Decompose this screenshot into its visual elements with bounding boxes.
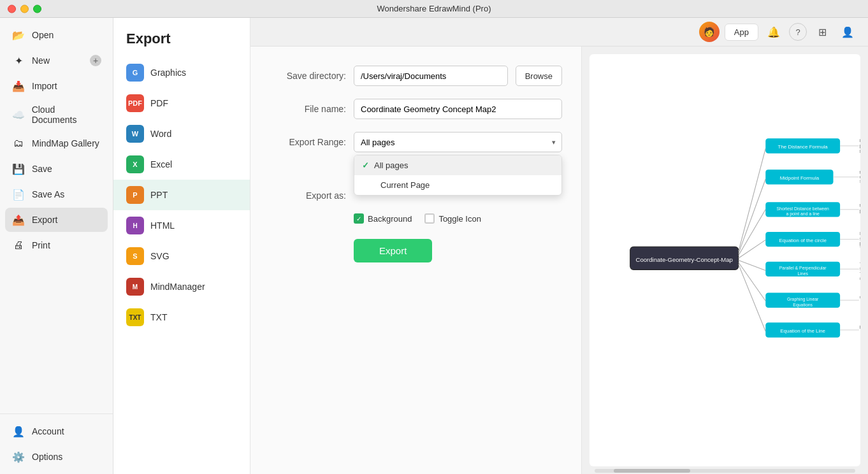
export-panel-title: Export <box>113 31 250 57</box>
mindmanager-icon: M <box>126 278 144 296</box>
mindmap-canvas: Coordinate-Geometry-Concept-Map The Dist… <box>590 54 860 466</box>
export-item-excel[interactable]: X Excel <box>113 149 250 180</box>
export-item-word[interactable]: W Word <box>113 118 250 149</box>
sidebar-item-gallery[interactable]: 🗂 MindMap Gallery <box>5 131 108 155</box>
save-icon: 💾 <box>11 162 25 176</box>
current-page-label: Current Page <box>380 180 430 190</box>
save-directory-input[interactable] <box>354 66 508 86</box>
background-checkbox-label[interactable]: ✓ Background <box>354 213 412 224</box>
sidebar-label-export: Export <box>32 215 57 225</box>
sidebar-item-save[interactable]: 💾 Save <box>5 157 108 181</box>
sidebar-item-export[interactable]: 📤 Export <box>5 208 108 232</box>
export-item-graphics[interactable]: G Graphics <box>113 57 250 88</box>
export-item-html[interactable]: H HTML <box>113 210 250 241</box>
ppt-icon: P <box>126 186 144 204</box>
export-item-svg[interactable]: S SVG <box>113 241 250 271</box>
scrollbar-thumb[interactable] <box>614 469 690 473</box>
top-header: 🧑 App 🔔 ? ⊞ 👤 <box>250 18 868 47</box>
svg-text:Graphing Linear: Graphing Linear <box>787 297 819 302</box>
export-label-ppt: PPT <box>150 190 168 200</box>
export-panel: Export G Graphics PDF PDF W Word X Excel… <box>113 18 250 474</box>
toggle-icon-checkbox-label[interactable]: Toggle Icon <box>424 213 481 224</box>
export-item-ppt[interactable]: P PPT <box>113 180 250 210</box>
export-range-select[interactable]: All pages Current Page <box>354 132 562 152</box>
txt-icon: TXT <box>126 308 144 326</box>
svg-line-7 <box>739 262 766 301</box>
sidebar-item-new[interactable]: ✦ New + <box>5 48 108 73</box>
svg-text:Lines: Lines <box>797 271 808 276</box>
sidebar-nav: 📂 Open ✦ New + 📥 Import ☁️ Cloud Documen… <box>0 23 113 413</box>
app-button[interactable]: App <box>725 24 758 41</box>
svg-text:The center C is at (h,k), r is: The center C is at (h,k), r is the radiu… <box>860 246 860 251</box>
svg-text:In mathematics, CIRCLE is defi: In mathematics, CIRCLE is defined as the <box>860 231 860 236</box>
sidebar-label-cloud: Cloud Documents <box>32 104 101 125</box>
file-name-input[interactable] <box>354 99 562 119</box>
export-label-txt: TXT <box>150 312 167 322</box>
all-pages-label: All pages <box>374 161 408 170</box>
sidebar-item-open[interactable]: 📂 Open <box>5 23 108 47</box>
new-icon: ✦ <box>11 54 25 68</box>
sidebar-label-saveas: Save As <box>32 189 64 199</box>
background-label-text: Background <box>368 214 412 224</box>
svg-text:linear equations can be writte: linear equations can be written in 3 for… <box>860 325 860 330</box>
export-label-excel: Excel <box>150 159 172 169</box>
maximize-button[interactable] <box>33 4 41 13</box>
export-label-pdf: PDF <box>150 98 168 108</box>
sidebar-label-print: Print <box>32 240 50 250</box>
export-label-html: HTML <box>150 220 175 231</box>
svg-text:a point and a line: a point and a line <box>786 212 820 217</box>
sidebar-item-import[interactable]: 📥 Import <box>5 74 108 98</box>
sidebar: 📂 Open ✦ New + 📥 Import ☁️ Cloud Documen… <box>0 18 113 474</box>
export-range-label: Export Range: <box>270 137 346 147</box>
export-range-row: Export Range: All pages Current Page ▾ ✓… <box>270 132 562 152</box>
toggle-icon-label-text: Toggle Icon <box>438 214 481 224</box>
open-icon: 📂 <box>11 28 25 42</box>
file-name-row: File name: <box>270 99 562 119</box>
user-avatar[interactable]: 🧑 <box>699 22 720 42</box>
export-button[interactable]: Export <box>354 239 432 262</box>
sidebar-label-account: Account <box>32 426 64 436</box>
browse-button[interactable]: Browse <box>516 66 562 86</box>
export-label-graphics: Graphics <box>150 68 186 78</box>
graphics-icon: G <box>126 64 144 82</box>
svg-text:Coordinate-Geometry-Concept-Ma: Coordinate-Geometry-Concept-Map <box>636 256 733 263</box>
export-label-svg: SVG <box>150 251 170 261</box>
titlebar: Wondershare EdrawMind (Pro) <box>0 0 868 18</box>
svg-text:are opposite reciprocals: are opposite reciprocals <box>860 276 860 281</box>
options-icon: ⚙️ <box>11 450 25 464</box>
user-button[interactable]: 👤 <box>837 22 858 42</box>
help-button[interactable]: ? <box>789 23 807 41</box>
html-icon: H <box>126 217 144 234</box>
titlebar-title: Wondershare EdrawMind (Pro) <box>377 4 491 13</box>
export-range-popup: ✓ All pages Current Page <box>354 155 562 196</box>
background-checkbox[interactable]: ✓ <box>354 213 364 224</box>
grid-button[interactable]: ⊞ <box>812 22 832 42</box>
toggle-icon-checkbox[interactable] <box>424 213 435 224</box>
export-as-label: Export as: <box>270 190 346 201</box>
bell-button[interactable]: 🔔 <box>763 22 784 42</box>
new-plus-icon[interactable]: + <box>90 55 101 66</box>
sidebar-item-account[interactable]: 👤 Account <box>5 419 108 443</box>
save-directory-label: Save directory: <box>270 71 346 81</box>
export-item-txt[interactable]: TXT TXT <box>113 302 250 333</box>
option-current-page[interactable]: Current Page <box>354 175 561 195</box>
option-all-pages[interactable]: ✓ All pages <box>354 155 561 175</box>
account-icon: 👤 <box>11 424 25 438</box>
sidebar-item-cloud[interactable]: ☁️ Cloud Documents <box>5 99 108 130</box>
export-item-pdf[interactable]: PDF PDF <box>113 88 250 118</box>
export-label-word: Word <box>150 129 171 139</box>
window-controls <box>8 4 41 13</box>
svg-line-2 <box>739 148 766 252</box>
horizontal-scrollbar[interactable] <box>595 469 855 473</box>
sidebar-label-import: Import <box>32 81 57 91</box>
sidebar-item-options[interactable]: ⚙️ Options <box>5 445 108 469</box>
close-button[interactable] <box>8 4 16 13</box>
export-item-mindmanager[interactable]: M MindManager <box>113 271 250 302</box>
export-range-dropdown[interactable]: All pages Current Page ▾ ✓ All pages <box>354 132 562 152</box>
excel-icon: X <box>126 155 144 173</box>
sidebar-item-print[interactable]: 🖨 Print <box>5 233 108 257</box>
checkmark-icon: ✓ <box>362 161 369 170</box>
sidebar-item-saveas[interactable]: 📄 Save As <box>5 182 108 206</box>
minimize-button[interactable] <box>20 4 29 13</box>
sidebar-label-open: Open <box>32 30 54 40</box>
